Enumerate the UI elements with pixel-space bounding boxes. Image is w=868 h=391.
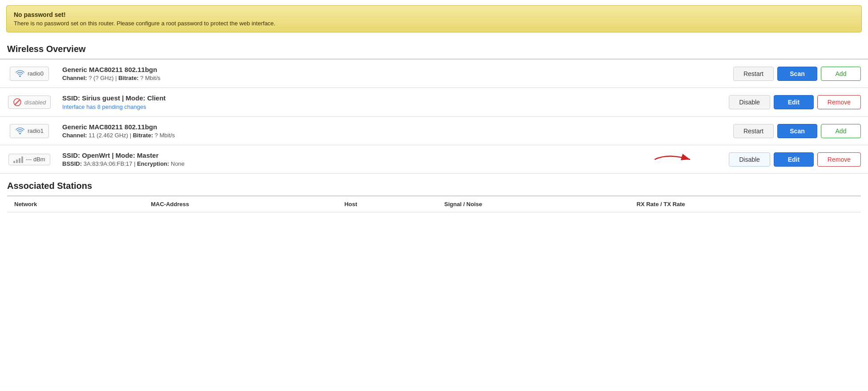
col-host: Host (337, 196, 437, 212)
main-label-disabled: SSID: Sirius guest | Mode: Client (62, 94, 701, 102)
edit-button-disabled[interactable]: Edit (774, 95, 814, 109)
badge-label-disabled: disabled (24, 99, 46, 106)
warning-banner: No password set! There is no password se… (6, 5, 862, 32)
actions-disabled: Disable Edit Remove (701, 95, 861, 109)
remove-button-openwrt[interactable]: Remove (817, 152, 861, 167)
col-rx-tx-rate: RX Rate / TX Rate (630, 196, 861, 212)
actions-radio0: Restart Scan Add (701, 67, 861, 81)
scan-button-radio1[interactable]: Scan (777, 124, 817, 138)
col-signal-noise: Signal / Noise (437, 196, 630, 212)
svg-point-0 (19, 75, 21, 77)
device-info-radio1: Generic MAC80211 802.11bgn Channel: 11 (… (62, 123, 701, 139)
wireless-overview-section: Wireless Overview radio0 Generic MAC8021… (0, 38, 868, 174)
badge-label-openwrt: --- dBm (26, 156, 45, 163)
device-badge-radio1: radio1 (7, 124, 52, 138)
warning-description: There is no password set on this router.… (14, 20, 854, 27)
wireless-row-radio0: radio0 Generic MAC80211 802.11bgn Channe… (0, 60, 868, 88)
warning-title: No password set! (14, 11, 854, 18)
wifi-icon-radio1 (15, 126, 25, 136)
col-mac-address: MAC-Address (144, 196, 337, 212)
assoc-table-header-row: Network MAC-Address Host Signal / Noise … (7, 196, 861, 212)
device-badge-openwrt: --- dBm (7, 154, 52, 165)
device-badge-disabled: disabled (7, 96, 52, 109)
badge-box-openwrt: --- dBm (8, 154, 50, 165)
badge-box-disabled: disabled (8, 96, 51, 109)
edit-button-openwrt[interactable]: Edit (774, 152, 814, 167)
actions-openwrt: Disable Edit Remove (701, 152, 861, 167)
remove-button-disabled[interactable]: Remove (817, 95, 861, 109)
badge-label-radio0: radio0 (28, 70, 44, 77)
scan-button-radio0[interactable]: Scan (777, 67, 817, 81)
add-button-radio0[interactable]: Add (821, 67, 861, 81)
wireless-overview-title: Wireless Overview (0, 38, 868, 60)
col-network: Network (7, 196, 144, 212)
device-info-openwrt: SSID: OpenWrt | Mode: Master BSSID: 3A:8… (62, 152, 701, 167)
pending-link-disabled[interactable]: Interface has 8 pending changes (62, 103, 701, 110)
add-button-radio1[interactable]: Add (821, 124, 861, 138)
main-label-radio0: Generic MAC80211 802.11bgn (62, 66, 701, 73)
device-info-radio0: Generic MAC80211 802.11bgn Channel: ? (?… (62, 66, 701, 81)
associated-stations-title: Associated Stations (7, 181, 861, 196)
disable-button-disabled[interactable]: Disable (729, 95, 770, 109)
sub-label-radio1: Channel: 11 (2.462 GHz) | Bitrate: ? Mbi… (62, 132, 701, 139)
restart-button-radio1[interactable]: Restart (733, 124, 774, 138)
signal-bars-icon (13, 156, 23, 163)
sub-label-radio0: Channel: ? (? GHz) | Bitrate: ? Mbit/s (62, 75, 701, 81)
associated-stations-section: Associated Stations Network MAC-Address … (0, 174, 868, 212)
badge-box-radio0: radio0 (10, 67, 49, 81)
restart-button-radio0[interactable]: Restart (733, 67, 774, 81)
svg-point-3 (19, 132, 21, 134)
wireless-row-disabled: disabled SSID: Sirius guest | Mode: Clie… (0, 88, 868, 117)
wifi-icon (15, 69, 25, 79)
pending-changes-link[interactable]: Interface has 8 pending changes (62, 104, 146, 110)
main-label-openwrt: SSID: OpenWrt | Mode: Master (62, 152, 701, 159)
main-label-radio1: Generic MAC80211 802.11bgn (62, 123, 701, 131)
device-info-disabled: SSID: Sirius guest | Mode: Client Interf… (62, 94, 701, 110)
wireless-row-radio1: radio1 Generic MAC80211 802.11bgn Channe… (0, 117, 868, 145)
sub-label-openwrt: BSSID: 3A:83:9A:06:FB:17 | Encryption: N… (62, 160, 701, 167)
disabled-icon (13, 98, 22, 107)
actions-radio1: Restart Scan Add (701, 124, 861, 138)
disable-button-openwrt[interactable]: Disable (729, 152, 770, 167)
associated-stations-table: Network MAC-Address Host Signal / Noise … (7, 196, 861, 212)
badge-label-radio1: radio1 (28, 128, 44, 134)
wireless-row-openwrt: --- dBm SSID: OpenWrt | Mode: Master BSS… (0, 145, 868, 174)
device-badge-radio0: radio0 (7, 67, 52, 81)
badge-box-radio1: radio1 (10, 124, 49, 138)
